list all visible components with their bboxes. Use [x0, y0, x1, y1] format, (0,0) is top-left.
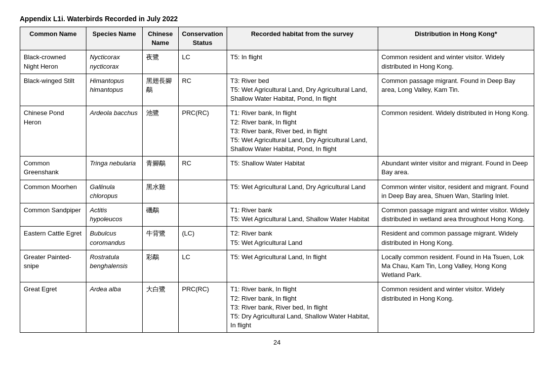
table-row: Common MoorhenGallinula chloropus黑水雞T5: …: [20, 180, 534, 203]
species-name-cell: Himantopus himantopus: [86, 74, 142, 106]
table-row: Greater Painted-snipeRostratula benghale…: [20, 250, 534, 282]
conservation-status-cell: RC: [178, 74, 227, 106]
distribution-cell: Resident and common passage migrant. Wid…: [378, 227, 534, 250]
habitat-cell: T2: River bank T5: Wet Agricultural Land: [227, 227, 378, 250]
appendix-title: Appendix L1i. Waterbirds Recorded in Jul…: [20, 15, 534, 23]
chinese-name-cell: 池鷺: [142, 106, 178, 157]
table-row: Black-winged StiltHimantopus himantopus黑…: [20, 74, 534, 106]
species-name-cell: Rostratula benghalensis: [86, 250, 142, 282]
distribution-cell: Common resident and winter visitor. Wide…: [378, 50, 534, 74]
habitat-cell: T5: Wet Agricultural Land, In flight: [227, 250, 378, 282]
common-name-cell: Common Moorhen: [20, 180, 86, 203]
chinese-name-cell: 黑翅長腳鷸: [142, 74, 178, 106]
chinese-name-cell: 青腳鷸: [142, 157, 178, 180]
habitat-cell: T1: River bank, In flight T2: River bank…: [227, 282, 378, 333]
conservation-status-cell: [178, 180, 227, 203]
distribution-cell: Locally common resident. Found in Ha Tsu…: [378, 250, 534, 282]
column-header: Distribution in Hong Kong*: [378, 27, 534, 50]
table-row: Common GreenshankTringa nebularia青腳鷸RCT5…: [20, 157, 534, 180]
habitat-cell: T1: River bank, In flight T2: River bank…: [227, 106, 378, 157]
common-name-cell: Greater Painted-snipe: [20, 250, 86, 282]
conservation-status-cell: PRC(RC): [178, 282, 227, 333]
page-number: 24: [20, 339, 534, 346]
species-name-cell: Ardea alba: [86, 282, 142, 333]
common-name-cell: Black-winged Stilt: [20, 74, 86, 106]
column-header: Species Name: [86, 27, 142, 50]
species-name-cell: Ardeola bacchus: [86, 106, 142, 157]
habitat-cell: T5: Shallow Water Habitat: [227, 157, 378, 180]
common-name-cell: Chinese Pond Heron: [20, 106, 86, 157]
table-row: Great EgretArdea alba大白鷺PRC(RC)T1: River…: [20, 282, 534, 333]
conservation-status-cell: LC: [178, 50, 227, 74]
conservation-status-cell: PRC(RC): [178, 106, 227, 157]
conservation-status-cell: (LC): [178, 227, 227, 250]
conservation-status-cell: LC: [178, 250, 227, 282]
distribution-cell: Abundant winter visitor and migrant. Fou…: [378, 157, 534, 180]
distribution-cell: Common resident and winter visitor. Wide…: [378, 282, 534, 333]
chinese-name-cell: 牛背鷺: [142, 227, 178, 250]
table-row: Eastern Cattle EgretBubulcus coromandus牛…: [20, 227, 534, 250]
habitat-cell: T5: Wet Agricultural Land, Dry Agricultu…: [227, 180, 378, 203]
species-name-cell: Nycticorax nycticorax: [86, 50, 142, 74]
distribution-cell: Common winter visitor, resident and migr…: [378, 180, 534, 203]
common-name-cell: Great Egret: [20, 282, 86, 333]
table-row: Chinese Pond HeronArdeola bacchus池鷺PRC(R…: [20, 106, 534, 157]
distribution-cell: Common passage migrant and winter visito…: [378, 203, 534, 227]
chinese-name-cell: 夜鷺: [142, 50, 178, 74]
species-name-cell: Bubulcus coromandus: [86, 227, 142, 250]
common-name-cell: Eastern Cattle Egret: [20, 227, 86, 250]
habitat-cell: T5: In flight: [227, 50, 378, 74]
column-header: Recorded habitat from the survey: [227, 27, 378, 50]
table-row: Common SandpiperActitis hypoleucos磯鷸T1: …: [20, 203, 534, 227]
common-name-cell: Black-crowned Night Heron: [20, 50, 86, 74]
column-header: Common Name: [20, 27, 86, 50]
common-name-cell: Common Greenshank: [20, 157, 86, 180]
column-header: Chinese Name: [142, 27, 178, 50]
species-name-cell: Tringa nebularia: [86, 157, 142, 180]
species-name-cell: Actitis hypoleucos: [86, 203, 142, 227]
chinese-name-cell: 磯鷸: [142, 203, 178, 227]
habitat-cell: T1: River bank T5: Wet Agricultural Land…: [227, 203, 378, 227]
distribution-cell: Common passage migrant. Found in Deep Ba…: [378, 74, 534, 106]
conservation-status-cell: [178, 203, 227, 227]
waterbirds-table: Common NameSpecies NameChinese NameConse…: [20, 27, 534, 333]
conservation-status-cell: RC: [178, 157, 227, 180]
chinese-name-cell: 大白鷺: [142, 282, 178, 333]
table-header-row: Common NameSpecies NameChinese NameConse…: [20, 27, 534, 50]
distribution-cell: Common resident. Widely distributed in H…: [378, 106, 534, 157]
species-name-cell: Gallinula chloropus: [86, 180, 142, 203]
chinese-name-cell: 黑水雞: [142, 180, 178, 203]
table-row: Black-crowned Night HeronNycticorax nyct…: [20, 50, 534, 74]
habitat-cell: T3: River bed T5: Wet Agricultural Land,…: [227, 74, 378, 106]
column-header: Conservation Status: [178, 27, 227, 50]
chinese-name-cell: 彩鷸: [142, 250, 178, 282]
common-name-cell: Common Sandpiper: [20, 203, 86, 227]
